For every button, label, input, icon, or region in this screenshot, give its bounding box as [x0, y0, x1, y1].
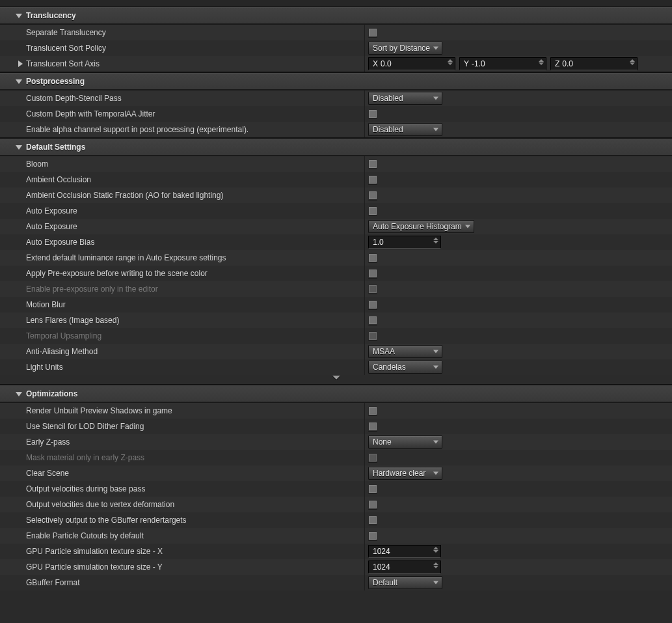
chevron-right-icon[interactable] [18, 61, 23, 67]
dropdown-anti-aliasing[interactable]: MSAA [368, 345, 442, 358]
property-label: Auto Exposure [26, 206, 77, 215]
property-label: Output velocities due to vertex deformat… [26, 500, 174, 509]
dropdown-depth-stencil[interactable]: Disabled [368, 92, 442, 105]
dropdown-value: Disabled [373, 125, 403, 134]
row-custom-depth-temporal-jitter: Custom Depth with TemporalAA Jitter [0, 106, 672, 122]
row-mask-early-z: Mask material only in early Z-pass [0, 450, 672, 465]
chevron-down-icon [332, 376, 340, 380]
checkbox-ao-static-fraction[interactable] [368, 191, 377, 200]
property-label: Early Z-pass [26, 437, 70, 447]
axis-label: Y [464, 59, 469, 68]
input-sort-axis-y[interactable]: Y-1.0 [459, 57, 546, 70]
row-lens-flares: Lens Flares (Image based) [0, 312, 672, 328]
row-separate-translucency: Separate Translucency [0, 25, 672, 40]
row-gbuffer-format: GBuffer FormatDefault [0, 575, 672, 590]
property-label: Mask material only in early Z-pass [26, 453, 144, 462]
row-ao-static-fraction: Ambient Occlusion Static Fraction (AO fo… [0, 187, 672, 203]
checkbox-unbuilt-shadows[interactable] [368, 406, 377, 415]
caret-down-icon [433, 350, 438, 353]
property-label: Translucent Sort Policy [26, 44, 106, 53]
input-value: 1024 [373, 547, 390, 556]
column-divider [364, 25, 365, 40]
axis-label: Z [555, 59, 559, 68]
checkbox-velocities-basepass[interactable] [368, 484, 377, 493]
column-divider [364, 122, 365, 137]
checkbox-apply-preexposure[interactable] [368, 269, 377, 278]
dropdown-early-z[interactable]: None [368, 436, 442, 449]
checkbox-velocities-vertex[interactable] [368, 500, 377, 509]
row-anti-aliasing: Anti-Aliasing MethodMSAA [0, 344, 672, 359]
row-auto-exposure-method: Auto ExposureAuto Exposure Histogram [0, 219, 672, 234]
checkbox-auto-exposure[interactable] [368, 206, 377, 215]
spinner-icon[interactable] [433, 547, 438, 553]
section-header-postprocessing[interactable]: Postprocessing [0, 73, 672, 90]
input-auto-exposure-bias[interactable]: 1.0 [368, 236, 441, 249]
chevron-down-icon [16, 79, 22, 84]
spinner-icon[interactable] [448, 59, 453, 65]
property-label: Anti-Aliasing Method [26, 347, 98, 356]
row-velocities-basepass: Output velocities during base pass [0, 481, 672, 497]
property-label: Ambient Occlusion [26, 175, 91, 184]
input-gpu-particle-x[interactable]: 1024 [368, 545, 441, 558]
dropdown-value: MSAA [373, 347, 395, 356]
input-value: 0.0 [381, 59, 392, 68]
property-label: Enable Particle Cutouts by default [26, 531, 144, 540]
row-temporal-upsampling: Temporal Upsampling [0, 328, 672, 344]
dropdown-alpha-channel[interactable]: Disabled [368, 123, 442, 136]
property-label: Enable alpha channel support in post pro… [26, 125, 249, 134]
row-motion-blur: Motion Blur [0, 297, 672, 312]
checkbox-depth-temporal-jitter[interactable] [368, 109, 377, 118]
input-value: -1.0 [472, 59, 485, 68]
expand-advanced-button[interactable] [0, 375, 672, 384]
property-label: Enable pre-exposure only in the editor [26, 284, 158, 294]
dropdown-value: Default [373, 578, 397, 587]
input-sort-axis-x[interactable]: X0.0 [368, 57, 455, 70]
checkbox-bloom[interactable] [368, 159, 377, 169]
dropdown-gbuffer-format[interactable]: Default [368, 576, 442, 589]
input-sort-axis-z[interactable]: Z0.0 [550, 57, 638, 70]
section-title: Optimizations [26, 389, 77, 398]
row-velocities-vertex: Output velocities due to vertex deformat… [0, 497, 672, 512]
row-stencil-lod: Use Stencil for LOD Dither Fading [0, 419, 672, 434]
caret-down-icon [433, 366, 438, 369]
dropdown-light-units[interactable]: Candelas [368, 361, 442, 374]
row-particle-cutouts: Enable Particle Cutouts by default [0, 528, 672, 544]
caret-down-icon [433, 441, 438, 444]
caret-down-icon [433, 472, 438, 475]
row-light-units: Light UnitsCandelas [0, 359, 672, 375]
section-header-optimizations[interactable]: Optimizations [0, 385, 672, 402]
row-extend-luminance: Extend default luminance range in Auto E… [0, 250, 672, 266]
chevron-down-icon [16, 145, 22, 150]
dropdown-auto-exposure[interactable]: Auto Exposure Histogram [368, 220, 474, 233]
spinner-icon[interactable] [433, 238, 438, 243]
spinner-icon[interactable] [630, 59, 635, 65]
checkbox-gbuffer-select[interactable] [368, 516, 377, 525]
row-gpu-particle-y: GPU Particle simulation texture size - Y… [0, 559, 672, 575]
row-apply-preexposure: Apply Pre-exposure before writing to the… [0, 266, 672, 281]
property-label: GBuffer Format [26, 578, 79, 587]
row-translucent-sort-axis: Translucent Sort Axis X0.0 Y-1.0 Z0.0 [0, 56, 672, 72]
checkbox-stencil-lod[interactable] [368, 422, 377, 431]
checkbox-ambient-occlusion[interactable] [368, 175, 377, 184]
dropdown-sort-policy[interactable]: Sort by Distance [368, 42, 442, 55]
column-divider [364, 40, 365, 56]
property-label: Custom Depth-Stencil Pass [26, 94, 122, 103]
spinner-icon[interactable] [433, 562, 438, 568]
property-label: Render Unbuilt Preview Shadows in game [26, 406, 172, 415]
axis-label: X [373, 59, 378, 68]
input-value: 1.0 [373, 238, 384, 247]
checkbox-extend-luminance[interactable] [368, 253, 377, 262]
input-gpu-particle-y[interactable]: 1024 [368, 561, 441, 574]
dropdown-value: Candelas [373, 363, 406, 372]
checkbox-separate-translucency[interactable] [368, 28, 377, 37]
checkbox-motion-blur[interactable] [368, 300, 377, 309]
section-header-default-settings[interactable]: Default Settings [0, 139, 672, 156]
checkbox-particle-cutouts[interactable] [368, 531, 377, 540]
caret-down-icon [433, 47, 438, 50]
checkbox-lens-flares[interactable] [368, 316, 377, 325]
input-value: 0.0 [562, 59, 573, 68]
section-header-translucency[interactable]: Translucency [0, 7, 672, 24]
property-label: Temporal Upsampling [26, 331, 101, 340]
dropdown-clear-scene[interactable]: Hardware clear [368, 467, 442, 480]
spinner-icon[interactable] [539, 59, 544, 65]
